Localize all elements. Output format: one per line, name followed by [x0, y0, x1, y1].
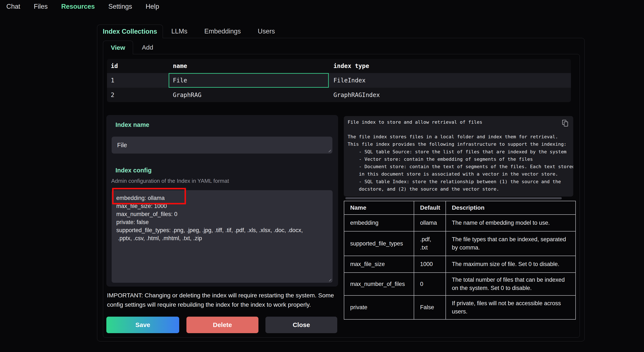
params-table: Name Default Description embedding ollam…: [344, 201, 576, 320]
highlight-annotation-box: [112, 188, 186, 204]
param-name: private: [344, 296, 414, 320]
top-nav: Chat Files Resources Settings Help: [0, 0, 644, 13]
header-cell-name: Name: [344, 201, 414, 214]
param-description: The name of embedding model to use.: [446, 214, 576, 231]
param-default: 0: [414, 272, 446, 296]
cell-name-selected[interactable]: File: [169, 73, 329, 88]
param-default: ollama: [414, 214, 446, 231]
index-description-title: File index to store and allow retrieval …: [348, 120, 482, 125]
resize-handle-icon[interactable]: [327, 148, 331, 152]
subtab-view[interactable]: View: [103, 41, 133, 54]
tab-index-collections[interactable]: Index Collections: [97, 24, 163, 38]
header-cell-name: name: [169, 59, 329, 73]
param-default: False: [414, 296, 446, 320]
header-cell-description: Description: [446, 201, 576, 214]
param-description: The total number of files that can be in…: [446, 272, 576, 296]
copy-icon[interactable]: [562, 120, 569, 128]
param-name: max_file_size: [344, 256, 414, 272]
params-row-supported-file-types: supported_file_types .pdf, .txt The file…: [344, 231, 576, 256]
header-cell-id: id: [107, 62, 169, 70]
param-description: If private, files will not be accessible…: [446, 296, 576, 320]
collections-table-header: id name index type: [107, 59, 571, 73]
close-button[interactable]: Close: [266, 317, 337, 333]
collections-table: id name index type 1 File FileIndex 2 Gr…: [107, 59, 571, 102]
cell-name[interactable]: GraphRAG: [169, 88, 329, 102]
params-row-max-file-size: max_file_size 1000 The maximum size of f…: [344, 256, 576, 272]
index-description-body: The file index stores files in a local f…: [344, 133, 573, 193]
param-name: supported_file_types: [344, 231, 414, 256]
index-name-value: File: [117, 142, 127, 148]
cell-index-type[interactable]: FileIndex: [329, 77, 571, 84]
nav-item-chat[interactable]: Chat: [6, 3, 20, 10]
delete-button[interactable]: Delete: [186, 317, 258, 333]
nav-item-help[interactable]: Help: [146, 3, 159, 10]
horizontal-scrollbar[interactable]: [345, 197, 562, 199]
subtab-add[interactable]: Add: [133, 41, 162, 54]
table-row-graphrag[interactable]: 2 GraphRAG GraphRAGIndex: [107, 88, 571, 102]
table-row-file[interactable]: 1 File FileIndex: [107, 73, 571, 88]
params-row-private: private False If private, files will not…: [344, 296, 576, 320]
index-name-label: Index name: [116, 121, 149, 128]
params-row-embedding: embedding ollama The name of embedding m…: [344, 214, 576, 231]
cell-index-type[interactable]: GraphRAGIndex: [329, 92, 571, 98]
tab-llms[interactable]: LLMs: [163, 24, 196, 38]
header-cell-index-type: index type: [329, 62, 571, 70]
param-description: The file types that can be indexed, sepa…: [446, 231, 576, 256]
important-note: IMPORTANT: Changing or deleting the inde…: [107, 290, 341, 309]
param-name: embedding: [344, 214, 414, 231]
param-default: 1000: [414, 256, 446, 272]
index-config-help: Admin configuration of the Index in YAML…: [111, 178, 229, 184]
params-row-max-number-of-files: max_number_of_files 0 The total number o…: [344, 272, 576, 296]
view-add-tabbar: View Add: [103, 41, 162, 54]
nav-item-files[interactable]: Files: [34, 3, 48, 10]
tab-embeddings[interactable]: Embeddings: [196, 24, 249, 38]
param-description: The maximum size of file. Set 0 to disab…: [446, 256, 576, 272]
index-description-panel: File index to store and allow retrieval …: [344, 116, 573, 196]
cell-id[interactable]: 2: [107, 92, 169, 98]
tab-users[interactable]: Users: [249, 24, 284, 38]
nav-item-settings[interactable]: Settings: [108, 3, 132, 10]
nav-item-resources[interactable]: Resources: [61, 3, 95, 10]
params-header-row: Name Default Description: [344, 201, 576, 214]
param-name: max_number_of_files: [344, 272, 414, 296]
index-config-label: Index config: [116, 167, 152, 174]
index-name-input[interactable]: File: [112, 136, 332, 154]
save-button[interactable]: Save: [106, 317, 179, 333]
resources-tabbar: Index Collections LLMs Embeddings Users: [97, 24, 284, 38]
param-default: .pdf, .txt: [414, 231, 446, 256]
cell-id[interactable]: 1: [107, 77, 169, 84]
header-cell-default: Default: [414, 201, 446, 214]
